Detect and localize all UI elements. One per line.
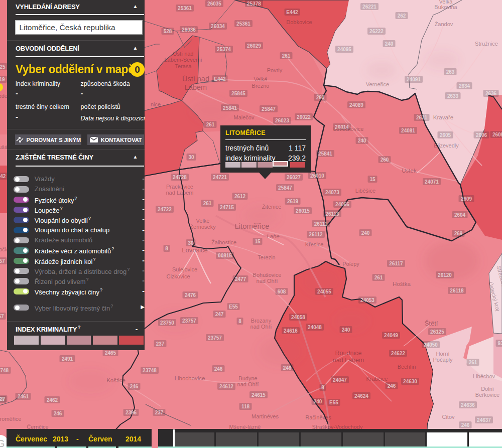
svg-text:24048: 24048: [308, 325, 322, 330]
svg-text:nad Ohří: nad Ohří: [250, 324, 272, 330]
svg-text:Blizevedly: Blizevedly: [434, 142, 459, 148]
svg-text:240: 240: [385, 41, 394, 47]
svg-text:25: 25: [0, 64, 6, 70]
svg-text:2605: 2605: [440, 132, 451, 138]
svg-text:26015: 26015: [296, 208, 310, 214]
svg-text:26111: 26111: [314, 221, 328, 227]
svg-text:Sulejovice: Sulejovice: [172, 266, 197, 272]
svg-text:nad Ohří: nad Ohří: [257, 278, 278, 284]
svg-text:nad Ohří: nad Ohří: [237, 381, 259, 387]
svg-text:Štětí: Štětí: [425, 320, 438, 327]
svg-text:26036: 26036: [182, 27, 196, 33]
svg-text:Malečov: Malečov: [234, 114, 255, 120]
svg-text:Roudnice: Roudnice: [335, 350, 362, 357]
svg-text:Lovečkovice: Lovečkovice: [333, 126, 364, 132]
svg-text:27: 27: [0, 396, 6, 402]
svg-text:Bohušovice: Bohušovice: [253, 272, 282, 278]
svg-text:Prackovice: Prackovice: [166, 184, 193, 190]
svg-text:25847: 25847: [262, 106, 276, 112]
svg-text:Martinéves: Martinéves: [252, 413, 279, 419]
svg-text:E55: E55: [229, 304, 238, 310]
svg-text:19: 19: [0, 77, 5, 82]
svg-text:261: 261: [206, 122, 215, 127]
svg-text:57: 57: [0, 314, 4, 319]
svg-text:Žandov: Žandov: [435, 21, 453, 27]
svg-text:26035: 26035: [207, 1, 221, 7]
svg-text:E442: E442: [286, 10, 298, 15]
svg-text:24047: 24047: [333, 377, 347, 383]
svg-text:24095: 24095: [337, 47, 351, 52]
svg-text:2608: 2608: [492, 132, 502, 137]
svg-text:nad Labem: nad Labem: [166, 190, 193, 196]
svg-text:26022: 26022: [297, 114, 311, 120]
svg-text:26029: 26029: [247, 43, 261, 49]
svg-text:2461: 2461: [18, 394, 29, 399]
svg-text:Cizkovice: Cizkovice: [166, 273, 190, 279]
svg-text:25378: 25378: [247, 1, 261, 7]
svg-text:25847: 25847: [278, 185, 292, 191]
svg-text:26010: 26010: [310, 173, 324, 179]
svg-text:3748: 3748: [0, 368, 9, 373]
svg-text:24612: 24612: [219, 384, 233, 389]
svg-text:23757: 23757: [208, 335, 222, 341]
svg-text:24073: 24073: [325, 190, 339, 195]
svg-text:Koštice: Koštice: [106, 377, 126, 383]
svg-text:261: 261: [203, 201, 212, 206]
svg-text:269: 269: [454, 231, 463, 236]
svg-text:2396: 2396: [126, 410, 137, 415]
svg-text:442: 442: [0, 174, 6, 179]
svg-text:24089: 24089: [349, 102, 363, 108]
svg-text:2462: 2462: [47, 397, 58, 403]
svg-text:24050: 24050: [424, 342, 438, 348]
svg-text:Ústí nad: Ústí nad: [173, 51, 194, 57]
svg-text:2633: 2633: [447, 93, 459, 99]
svg-text:261: 261: [374, 275, 383, 280]
svg-text:24636: 24636: [461, 402, 475, 408]
svg-text:2465: 2465: [105, 350, 116, 356]
svg-text:262: 262: [398, 13, 406, 19]
svg-text:Bechlín: Bechlín: [398, 364, 416, 370]
svg-text:26117: 26117: [389, 261, 403, 266]
svg-text:Ústí nad: Ústí nad: [182, 75, 209, 83]
svg-text:Libochovice: Libochovice: [175, 375, 205, 381]
svg-text:246: 246: [283, 365, 292, 371]
svg-text:2619: 2619: [287, 199, 299, 204]
svg-text:24066: 24066: [335, 202, 349, 207]
svg-text:Lovosice: Lovosice: [182, 246, 207, 254]
svg-text:118: 118: [241, 404, 250, 409]
svg-text:24637: 24637: [477, 417, 491, 423]
svg-text:2609: 2609: [461, 196, 472, 202]
svg-text:23757: 23757: [182, 318, 196, 324]
svg-text:240: 240: [358, 138, 366, 143]
svg-text:Žernoseky: Žernoseky: [190, 224, 216, 230]
svg-text:2491: 2491: [62, 356, 73, 362]
svg-text:246: 246: [461, 422, 470, 428]
svg-text:24728: 24728: [173, 175, 187, 180]
svg-text:246: 246: [388, 383, 396, 389]
svg-text:8: 8: [321, 385, 324, 390]
svg-text:24622: 24622: [391, 351, 405, 356]
svg-text:2636: 2636: [485, 91, 497, 96]
svg-text:25374: 25374: [217, 47, 231, 52]
svg-text:Labem: Labem: [185, 83, 207, 91]
svg-text:237: 237: [155, 410, 164, 415]
svg-text:25845: 25845: [231, 91, 245, 96]
svg-text:Dobkovice: Dobkovice: [286, 19, 312, 25]
svg-text:528: 528: [164, 29, 172, 34]
svg-text:24616: 24616: [284, 328, 298, 334]
svg-text:24624: 24624: [354, 393, 368, 399]
svg-text:24058: 24058: [291, 315, 305, 320]
svg-text:24091: 24091: [407, 77, 421, 82]
svg-text:24615: 24615: [252, 392, 266, 398]
svg-text:2476: 2476: [185, 292, 196, 298]
svg-text:25361: 25361: [236, 21, 250, 27]
svg-text:zde: zde: [0, 93, 8, 99]
svg-text:Beřkovice: Beřkovice: [475, 392, 499, 398]
svg-text:nice: nice: [151, 101, 161, 107]
svg-text:26222: 26222: [369, 29, 384, 34]
svg-text:26112: 26112: [309, 232, 323, 237]
svg-text:263: 263: [446, 69, 455, 75]
svg-text:Žitenice: Žitenice: [262, 204, 282, 210]
svg-text:26027: 26027: [287, 175, 301, 180]
svg-text:Velké: Velké: [254, 76, 268, 82]
